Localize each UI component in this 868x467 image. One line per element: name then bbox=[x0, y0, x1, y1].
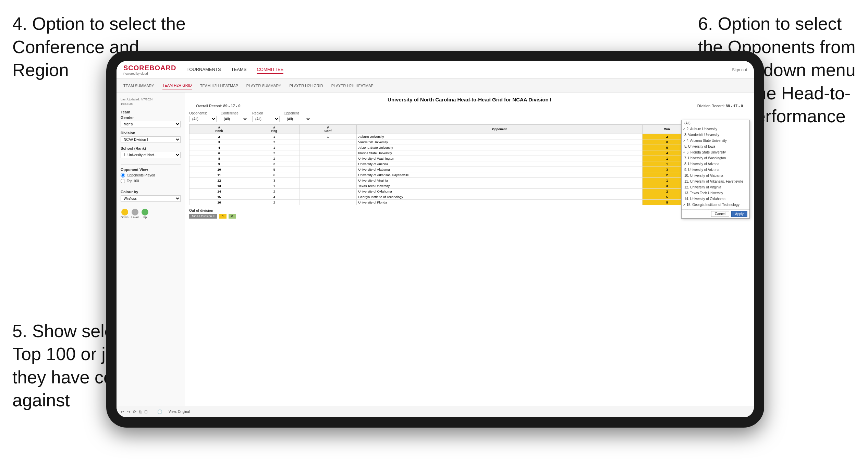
dropdown-item[interactable]: 12. University of Virginia bbox=[682, 184, 749, 190]
cell-opponent: University of Arkansas, Fayetteville bbox=[356, 172, 642, 178]
cell-opponent: University of Oklahoma bbox=[356, 189, 642, 194]
sidebar-gender-select[interactable]: Men's bbox=[121, 121, 181, 127]
color-select[interactable]: Win/loss bbox=[121, 195, 181, 202]
opponent-view-label: Opponent View bbox=[121, 168, 181, 172]
dropdown-item[interactable]: 6. Florida State University bbox=[682, 149, 749, 155]
dropdown-item[interactable]: 10. University of Alabama bbox=[682, 173, 749, 179]
out-division-label: Out of division bbox=[189, 209, 750, 212]
copy-icon[interactable]: ⎘ bbox=[139, 409, 142, 414]
subnav-player-h2h-grid[interactable]: PLAYER H2H GRID bbox=[290, 82, 323, 89]
table-row: 93University of Arizona10 bbox=[190, 161, 750, 167]
cell-conf bbox=[299, 189, 356, 194]
subnav-team-h2h-heatmap[interactable]: TEAM H2H HEATMAP bbox=[200, 82, 238, 89]
cell-opponent: Vanderbilt University bbox=[356, 139, 642, 145]
dropdown-item[interactable]: 15. Georgia Institute of Technology bbox=[682, 202, 749, 208]
region-filter-group: Region (All) bbox=[252, 111, 280, 122]
cell-conf bbox=[299, 156, 356, 161]
cell-reg: 3 bbox=[249, 161, 299, 167]
cell-opponent: Georgia Institute of Technology bbox=[356, 194, 642, 200]
dropdown-apply-button[interactable]: Apply bbox=[731, 211, 747, 217]
dropdown-item[interactable]: 14. University of Oklahoma bbox=[682, 196, 749, 202]
nav-committee[interactable]: COMMITTEE bbox=[257, 65, 283, 74]
subnav-team-h2h-grid[interactable]: TEAM H2H GRID bbox=[162, 82, 192, 89]
nav-links: TOURNAMENTS TEAMS COMMITTEE bbox=[186, 65, 732, 74]
cell-conf bbox=[299, 194, 356, 200]
dropdown-footer: CancelApply bbox=[682, 209, 749, 218]
clock-icon[interactable]: 🕐 bbox=[157, 409, 162, 414]
page-title: University of North Carolina Head-to-Hea… bbox=[189, 97, 750, 102]
sidebar-school-select[interactable]: 1. University of Nort... bbox=[121, 152, 181, 158]
conference-select[interactable]: (All) bbox=[221, 116, 248, 122]
dash-icon[interactable]: — bbox=[150, 409, 155, 414]
sidebar-last-updated: Last Updated: 4/7/2024 16:55:38 bbox=[121, 97, 181, 106]
region-select[interactable]: (All) bbox=[252, 116, 280, 122]
opponent-select[interactable]: (All) bbox=[284, 116, 311, 122]
dropdown-item[interactable]: 11. University of Arkansas, Fayetteville bbox=[682, 179, 749, 184]
dropdown-items-container: (All)2. Auburn University3. Vanderbilt U… bbox=[682, 120, 749, 209]
cell-reg: 2 bbox=[249, 189, 299, 194]
table-row: 41Arizona State University51 bbox=[190, 145, 750, 150]
division-win: 1 bbox=[219, 214, 227, 219]
dropdown-item[interactable]: 4. Arizona State University bbox=[682, 138, 749, 144]
refresh-icon[interactable]: ⟳ bbox=[133, 409, 136, 414]
subnav-team-summary[interactable]: TEAM SUMMARY bbox=[123, 82, 154, 89]
table-row: 162University of Florida51 bbox=[190, 200, 750, 205]
cell-reg: 2 bbox=[249, 156, 299, 161]
dropdown-item[interactable]: 9. University of Arizona bbox=[682, 167, 749, 173]
dropdown-item[interactable]: 13. Texas Tech University bbox=[682, 190, 749, 196]
undo-icon[interactable]: ↩ bbox=[121, 409, 124, 414]
color-legend: Down Level Up bbox=[121, 209, 181, 219]
col-opponent: Opponent bbox=[356, 125, 642, 134]
sidebar-opponent-view: Opponent View Opponents Played Top 100 bbox=[121, 168, 181, 183]
tablet-device: SCOREBOARD Powered by cloud TOURNAMENTS … bbox=[106, 51, 764, 428]
cell-rank: 14 bbox=[190, 189, 249, 194]
subnav-player-h2h-heatmap[interactable]: PLAYER H2H HEATMAP bbox=[331, 82, 374, 89]
nav-tournaments[interactable]: TOURNAMENTS bbox=[186, 65, 221, 74]
cell-rank: 12 bbox=[190, 178, 249, 183]
nav-signout[interactable]: Sign out bbox=[732, 67, 747, 72]
cell-conf bbox=[299, 161, 356, 167]
table-row: 32Vanderbilt University04 bbox=[190, 139, 750, 145]
cell-rank: 2 bbox=[190, 134, 249, 139]
crop-icon[interactable]: ⊡ bbox=[144, 409, 148, 414]
dropdown-item[interactable]: (All) bbox=[682, 120, 749, 126]
cell-opponent: University of Alabama bbox=[356, 167, 642, 172]
cell-reg: 2 bbox=[249, 139, 299, 145]
radio-opponents-played[interactable]: Opponents Played bbox=[121, 173, 181, 177]
cell-rank: 10 bbox=[190, 167, 249, 172]
opponents-select[interactable]: (All) bbox=[189, 116, 217, 122]
opponent-dropdown[interactable]: (All)2. Auburn University3. Vanderbilt U… bbox=[681, 120, 750, 219]
cell-reg: 2 bbox=[249, 150, 299, 156]
cell-reg: 1 bbox=[249, 183, 299, 189]
dropdown-item[interactable]: 5. University of Iowa bbox=[682, 144, 749, 149]
table-row: 142University of Oklahoma22 bbox=[190, 189, 750, 194]
table-row: 62Florida State University42 bbox=[190, 150, 750, 156]
subnav-player-summary[interactable]: PLAYER SUMMARY bbox=[246, 82, 281, 89]
sub-nav: TEAM SUMMARY TEAM H2H GRID TEAM H2H HEAT… bbox=[117, 79, 754, 93]
cell-reg: 5 bbox=[249, 167, 299, 172]
radio-top100[interactable]: Top 100 bbox=[121, 179, 181, 183]
dropdown-item[interactable]: 7. University of Washington bbox=[682, 155, 749, 161]
col-rank: #Rank bbox=[190, 125, 249, 134]
table-row: 131Texas Tech University30 bbox=[190, 183, 750, 189]
cell-opponent: Arizona State University bbox=[356, 145, 642, 150]
redo-icon[interactable]: ↪ bbox=[127, 409, 130, 414]
dropdown-item[interactable]: 3. Vanderbilt University bbox=[682, 132, 749, 138]
cell-opponent: Florida State University bbox=[356, 150, 642, 156]
sidebar-division-select[interactable]: NCAA Division I bbox=[121, 136, 181, 143]
cell-rank: 9 bbox=[190, 161, 249, 167]
nav-teams[interactable]: TEAMS bbox=[231, 65, 247, 74]
table-row: 154Georgia Institute of Technology50 bbox=[190, 194, 750, 200]
cell-opponent: Texas Tech University bbox=[356, 183, 642, 189]
cell-reg: 1 bbox=[249, 145, 299, 150]
division-badge: NCAA Division II bbox=[189, 214, 217, 219]
col-reg: #Reg bbox=[249, 125, 299, 134]
cell-rank: 13 bbox=[190, 183, 249, 189]
cell-reg: 2 bbox=[249, 200, 299, 205]
dropdown-item[interactable]: 8. University of Arizona bbox=[682, 161, 749, 167]
dropdown-item[interactable]: 2. Auburn University bbox=[682, 126, 749, 132]
cell-conf bbox=[299, 150, 356, 156]
dropdown-cancel-button[interactable]: Cancel bbox=[711, 211, 729, 217]
cell-conf bbox=[299, 139, 356, 145]
cell-reg: 4 bbox=[249, 194, 299, 200]
